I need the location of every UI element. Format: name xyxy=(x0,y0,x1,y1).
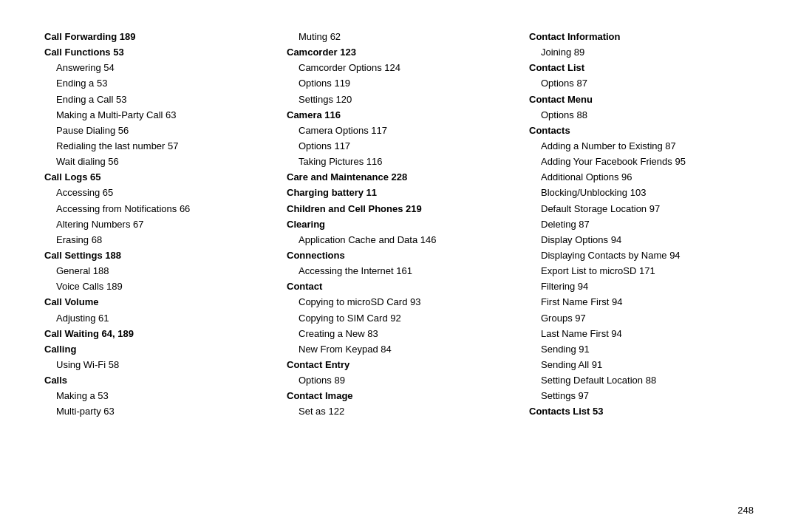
index-entry: Accessing the Internet 161 xyxy=(287,264,511,279)
index-entry: Default Storage Location 97 xyxy=(529,202,754,216)
index-entry: Voice Calls 189 xyxy=(44,279,269,294)
index-entry: Options 89 xyxy=(287,373,511,388)
index-entry: Making a 53 xyxy=(44,389,269,403)
index-entry: Call Functions 53 xyxy=(44,45,269,60)
page-number: 248 xyxy=(737,505,754,516)
index-col-1: Call Forwarding 189Call Functions 53Answ… xyxy=(44,30,287,502)
index-entry: Contact xyxy=(287,279,511,294)
index-entry: Application Cache and Data 146 xyxy=(287,233,511,248)
index-entry: Using Wi-Fi 58 xyxy=(44,358,269,372)
index-entry: Camera Options 117 xyxy=(287,123,511,138)
index-entry: Muting 62 xyxy=(287,30,511,44)
index-entry: Copying to SIM Card 92 xyxy=(287,311,511,326)
index-entry: Settings 97 xyxy=(529,389,754,403)
index-entry: Accessing 65 xyxy=(44,185,269,200)
index-entry: Call Settings 188 xyxy=(44,248,269,263)
index-entry: Answering 54 xyxy=(44,61,269,75)
index-col-3: Contact InformationJoining 89Contact Lis… xyxy=(529,30,754,502)
index-entry: Multi-party 63 xyxy=(44,404,269,419)
index-entry: Copying to microSD Card 93 xyxy=(287,295,511,310)
index-entry: Clearing xyxy=(287,217,511,232)
index-entry: Taking Pictures 116 xyxy=(287,154,511,169)
index-entry: Creating a New 83 xyxy=(287,327,511,341)
index-entry: Redialing the last number 57 xyxy=(44,139,269,154)
index-entry: Making a Multi-Party Call 63 xyxy=(44,108,269,123)
index-entry: Filtering 94 xyxy=(529,279,754,294)
index-entry: Call Logs 65 xyxy=(44,170,269,185)
index-entry: Ending a Call 53 xyxy=(44,92,269,107)
index-entry: Export List to microSD 171 xyxy=(529,264,754,279)
index-entry: Groups 97 xyxy=(529,311,754,326)
index-entry: Options 87 xyxy=(529,76,754,91)
index-entry: Contact Information xyxy=(529,30,754,44)
index-entry: Adjusting 61 xyxy=(44,311,269,326)
index-entry: Camcorder Options 124 xyxy=(287,61,511,75)
index-entry: Children and Cell Phones 219 xyxy=(287,202,511,216)
index-entry: Last Name First 94 xyxy=(529,327,754,341)
index-entry: Call Waiting 64, 189 xyxy=(44,327,269,341)
index-columns: Call Forwarding 189Call Functions 53Answ… xyxy=(44,30,754,502)
index-entry: Adding a Number to Existing 87 xyxy=(529,139,754,154)
index-entry: Accessing from Notifications 66 xyxy=(44,202,269,216)
index-entry: Call Volume xyxy=(44,295,269,310)
index-entry: General 188 xyxy=(44,264,269,279)
index-entry: Contact Image xyxy=(287,389,511,403)
index-entry: Calling xyxy=(44,342,269,357)
index-entry: Blocking/Unblocking 103 xyxy=(529,185,754,200)
index-entry: Sending All 91 xyxy=(529,358,754,372)
page: Call Forwarding 189Call Functions 53Answ… xyxy=(0,0,798,532)
index-entry: Altering Numbers 67 xyxy=(44,217,269,232)
index-entry: Contact List xyxy=(529,61,754,75)
index-entry: Sending 91 xyxy=(529,342,754,357)
index-entry: Connections xyxy=(287,248,511,263)
index-entry: Displaying Contacts by Name 94 xyxy=(529,248,754,263)
index-entry: Ending a 53 xyxy=(44,76,269,91)
index-entry: Care and Maintenance 228 xyxy=(287,170,511,185)
index-entry: Adding Your Facebook Friends 95 xyxy=(529,154,754,169)
index-entry: Set as 122 xyxy=(287,404,511,419)
index-entry: Contact Menu xyxy=(529,92,754,107)
index-entry: Charging battery 11 xyxy=(287,185,511,200)
index-entry: Display Options 94 xyxy=(529,233,754,248)
index-entry: New From Keypad 84 xyxy=(287,342,511,357)
index-entry: Contacts xyxy=(529,123,754,138)
index-entry: Options 88 xyxy=(529,108,754,123)
index-entry: Camera 116 xyxy=(287,108,511,123)
index-entry: Options 117 xyxy=(287,139,511,154)
index-entry: Settings 120 xyxy=(287,92,511,107)
index-entry: Pause Dialing 56 xyxy=(44,123,269,138)
index-entry: Erasing 68 xyxy=(44,233,269,248)
index-entry: Contacts List 53 xyxy=(529,404,754,419)
index-entry: Options 119 xyxy=(287,76,511,91)
index-entry: Contact Entry xyxy=(287,358,511,372)
index-entry: Joining 89 xyxy=(529,45,754,60)
index-entry: Camcorder 123 xyxy=(287,45,511,60)
index-entry: Setting Default Location 88 xyxy=(529,373,754,388)
index-entry: First Name First 94 xyxy=(529,295,754,310)
index-entry: Additional Options 96 xyxy=(529,170,754,185)
index-entry: Call Forwarding 189 xyxy=(44,30,269,44)
index-col-2: Muting 62Camcorder 123Camcorder Options … xyxy=(287,30,529,502)
index-entry: Wait dialing 56 xyxy=(44,154,269,169)
index-entry: Deleting 87 xyxy=(529,217,754,232)
index-entry: Calls xyxy=(44,373,269,388)
